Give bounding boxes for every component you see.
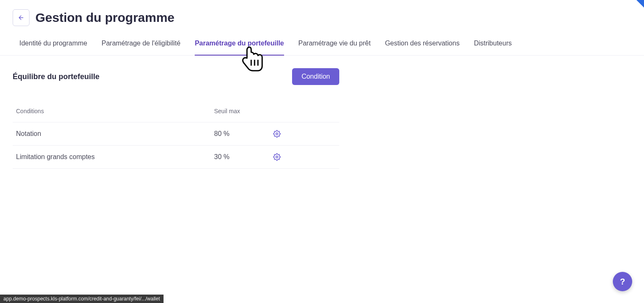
cell-seuil: 80 % <box>214 130 273 138</box>
col-header-seuil: Seuil max <box>214 108 273 114</box>
tab-parametrage-eligibilite[interactable]: Paramétrage de l'éligibilité <box>102 35 180 56</box>
help-button[interactable]: ? <box>613 272 632 291</box>
gear-icon[interactable] <box>273 153 281 161</box>
table-row: Limitation grands comptes 30 % <box>13 146 339 169</box>
page-title: Gestion du programme <box>35 11 174 25</box>
page-header: Gestion du programme <box>0 0 644 30</box>
tab-distributeurs[interactable]: Distributeurs <box>474 35 512 56</box>
tab-gestion-reservations[interactable]: Gestion des réservations <box>385 35 459 56</box>
cell-condition: Notation <box>16 130 214 138</box>
table-header-row: Conditions Seuil max <box>13 100 339 122</box>
arrow-left-icon <box>18 14 24 21</box>
condition-button[interactable]: Condition <box>292 68 339 85</box>
section-header: Équilibre du portefeuille Condition <box>13 68 339 85</box>
cell-condition: Limitation grands comptes <box>16 153 214 161</box>
col-header-conditions: Conditions <box>16 108 214 114</box>
status-bar-url: app.demo-prospects.kls-platform.com/cred… <box>0 295 164 303</box>
main-content: Équilibre du portefeuille Condition Cond… <box>0 56 644 181</box>
tabs-nav: Identité du programme Paramétrage de l'é… <box>0 30 644 56</box>
conditions-table: Conditions Seuil max Notation 80 % Limit… <box>13 100 339 169</box>
tab-identite-programme[interactable]: Identité du programme <box>19 35 87 56</box>
window-corner-indicator <box>636 0 644 8</box>
svg-point-2 <box>276 156 278 158</box>
help-icon: ? <box>620 277 625 287</box>
back-button[interactable] <box>13 9 30 26</box>
svg-point-1 <box>276 133 278 135</box>
section-title: Équilibre du portefeuille <box>13 72 292 81</box>
tab-parametrage-portefeuille[interactable]: Paramétrage du portefeuille <box>195 35 284 56</box>
tab-parametrage-vie-pret[interactable]: Paramétrage vie du prêt <box>298 35 371 56</box>
gear-icon[interactable] <box>273 130 281 138</box>
table-row: Notation 80 % <box>13 122 339 146</box>
cell-seuil: 30 % <box>214 153 273 161</box>
